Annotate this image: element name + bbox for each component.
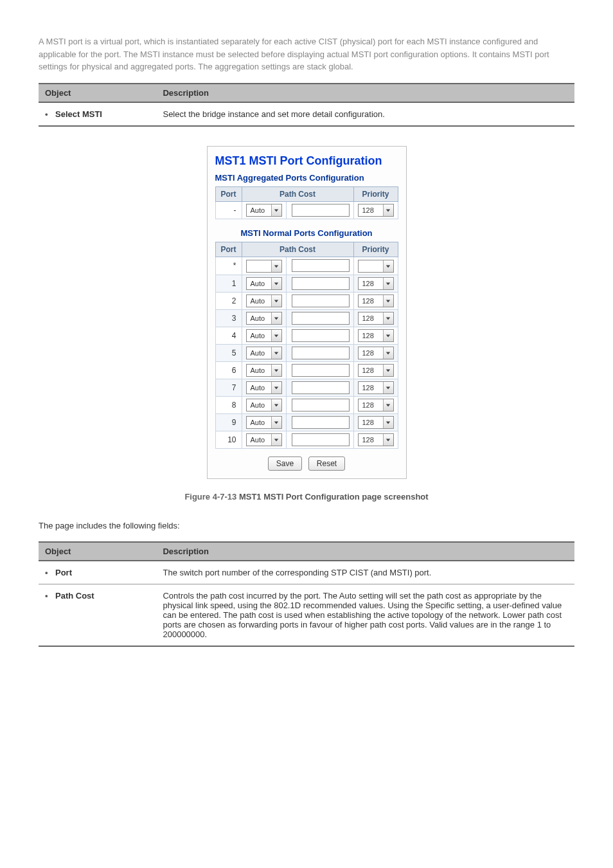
- pathcost-input-cell: [286, 292, 353, 309]
- pathcost-cell: Auto: [242, 413, 286, 431]
- button-row: Save Reset: [215, 457, 398, 471]
- pathcost-input[interactable]: [292, 381, 350, 394]
- pathcost-select[interactable]: Auto: [246, 277, 282, 290]
- pathcost-cell: Auto: [242, 344, 286, 361]
- object-table-bottom: Object Description •PortThe switch port …: [39, 541, 574, 647]
- chevron-down-icon: [383, 278, 393, 289]
- pathcost-input[interactable]: [292, 294, 350, 307]
- port-cell: 9: [215, 413, 242, 431]
- save-button[interactable]: Save: [268, 457, 302, 471]
- figure-caption: Figure 4-7-13 MST1 MSTI Port Configurati…: [39, 492, 574, 502]
- chevron-down-icon: [271, 434, 281, 446]
- port-cell: 2: [215, 292, 242, 309]
- priority-select[interactable]: 128: [358, 294, 394, 307]
- desc-header: Description: [156, 84, 574, 102]
- pathcost-input[interactable]: [292, 364, 350, 377]
- agg-pathcost-input-cell: [286, 201, 353, 219]
- chevron-down-icon: [383, 330, 393, 341]
- table-row: 7Auto128: [215, 379, 398, 396]
- priority-select[interactable]: 128: [358, 381, 394, 394]
- table-row: 1Auto128: [215, 275, 398, 292]
- port-cell: 1: [215, 275, 242, 292]
- pathcost-select[interactable]: Auto: [246, 294, 282, 307]
- pathcost-input[interactable]: [292, 416, 350, 429]
- priority-select[interactable]: 128: [358, 347, 394, 359]
- chevron-down-icon: [271, 382, 281, 393]
- pathcost-input-cell: [286, 309, 353, 327]
- svg-marker-2: [274, 265, 278, 267]
- priority-cell: 128: [353, 413, 398, 431]
- priority-select[interactable]: [358, 260, 394, 273]
- reset-button[interactable]: Reset: [308, 457, 345, 471]
- pathcost-input[interactable]: [292, 259, 350, 272]
- pathcost-input[interactable]: [292, 329, 350, 342]
- port-cell: 5: [215, 344, 242, 361]
- obj-cell: •Port: [39, 561, 156, 584]
- table-row: 5Auto128: [215, 344, 398, 361]
- svg-marker-11: [386, 334, 390, 337]
- pathcost-select[interactable]: [246, 260, 282, 273]
- pathcost-select[interactable]: Auto: [246, 347, 282, 359]
- pathcost-select[interactable]: Auto: [246, 399, 282, 411]
- svg-marker-15: [386, 369, 390, 372]
- table-row: 10Auto128: [215, 431, 398, 448]
- pathcost-select[interactable]: Auto: [246, 312, 282, 325]
- table-row: 2Auto128: [215, 292, 398, 309]
- port-cell: 4: [215, 327, 242, 344]
- pathcost-select[interactable]: Auto: [246, 364, 282, 377]
- chevron-down-icon: [271, 417, 281, 428]
- svg-marker-22: [274, 439, 278, 441]
- pathcost-select[interactable]: Auto: [246, 433, 282, 446]
- priority-select[interactable]: 128: [358, 416, 394, 429]
- col-priority: Priority: [353, 242, 398, 257]
- chevron-down-icon: [383, 382, 393, 393]
- pathcost-input[interactable]: [292, 312, 350, 325]
- table-row: *: [215, 257, 398, 275]
- pathcost-input[interactable]: [292, 433, 350, 446]
- pathcost-input[interactable]: [292, 399, 350, 411]
- pathcost-cell: Auto: [242, 396, 286, 413]
- agg-pathcost-select[interactable]: Auto: [246, 204, 282, 217]
- svg-marker-8: [274, 317, 278, 320]
- pathcost-select[interactable]: Auto: [246, 381, 282, 394]
- port-cell: 8: [215, 396, 242, 413]
- pathcost-select[interactable]: Auto: [246, 416, 282, 429]
- pathcost-cell: Auto: [242, 327, 286, 344]
- config-panel: MST1 MSTI Port Configuration MSTI Aggreg…: [207, 146, 407, 479]
- agg-pathcost-input[interactable]: [292, 204, 350, 217]
- priority-select[interactable]: 128: [358, 399, 394, 411]
- pathcost-input[interactable]: [292, 277, 350, 290]
- desc-cell: Select the bridge instance and set more …: [156, 102, 574, 126]
- agg-priority-cell: 128: [353, 201, 398, 219]
- priority-select[interactable]: 128: [358, 364, 394, 377]
- pathcost-cell: Auto: [242, 292, 286, 309]
- agg-priority-select[interactable]: 128: [358, 204, 394, 217]
- priority-cell: 128: [353, 431, 398, 448]
- priority-cell: [353, 257, 398, 275]
- pathcost-input-cell: [286, 275, 353, 292]
- obj-header: Object: [39, 542, 156, 561]
- col-port: Port: [215, 186, 242, 201]
- svg-marker-7: [386, 300, 390, 302]
- priority-cell: 128: [353, 275, 398, 292]
- intro-paragraph: A MSTI port is a virtual port, which is …: [39, 35, 574, 73]
- svg-marker-6: [274, 300, 278, 302]
- pathcost-select[interactable]: Auto: [246, 329, 282, 342]
- chevron-down-icon: [383, 434, 393, 446]
- priority-select[interactable]: 128: [358, 277, 394, 290]
- pathcost-input[interactable]: [292, 347, 350, 359]
- chevron-down-icon: [383, 260, 393, 272]
- desc-header: Description: [156, 542, 574, 561]
- pathcost-cell: Auto: [242, 361, 286, 379]
- table-row: 8Auto128: [215, 396, 398, 413]
- pathcost-cell: Auto: [242, 379, 286, 396]
- chevron-down-icon: [271, 278, 281, 289]
- pathcost-input-cell: [286, 361, 353, 379]
- priority-select[interactable]: 128: [358, 329, 394, 342]
- priority-select[interactable]: 128: [358, 433, 394, 446]
- table-row: 3Auto128: [215, 309, 398, 327]
- svg-marker-0: [274, 209, 278, 212]
- desc-cell: The switch port number of the correspond…: [156, 561, 574, 584]
- chevron-down-icon: [271, 399, 281, 411]
- priority-select[interactable]: 128: [358, 312, 394, 325]
